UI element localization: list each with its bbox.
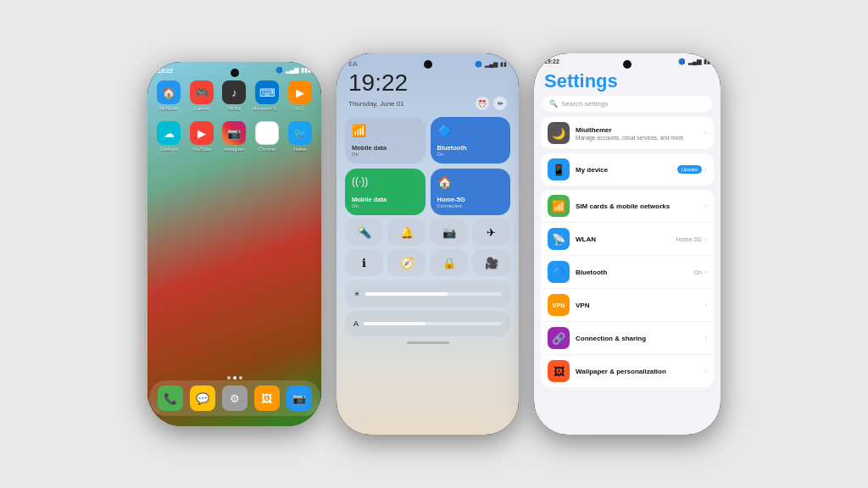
app-tiktok[interactable]: ♪ TikTok xyxy=(220,80,249,111)
cc-video-tile[interactable]: 🎥 xyxy=(472,249,510,276)
cc-clock-icon[interactable]: ⏰ xyxy=(476,97,489,110)
settings-item-wallpaper[interactable]: 🖼 Wallpaper & personalization › xyxy=(541,355,714,387)
app-twitter[interactable]: 🐦 Twitter xyxy=(285,121,314,152)
sim-title: SIM cards & mobile networks xyxy=(576,202,698,210)
dock-photos[interactable]: 🖼 xyxy=(254,385,280,411)
cc-volume-icon: A xyxy=(353,319,359,328)
settings-search[interactable]: 🔍 Search settings xyxy=(542,96,712,112)
settings-item-vpn[interactable]: VPN VPN › xyxy=(541,289,714,322)
cc-brightness-fill xyxy=(365,292,448,296)
punch-hole-2 xyxy=(424,60,432,69)
app-tiktok-icon: ♪ xyxy=(222,80,246,104)
cc-brightness-track xyxy=(365,292,502,296)
settings-item-bluetooth[interactable]: 🔷 Bluetooth On › xyxy=(541,256,714,289)
wlan-icon: 📡 xyxy=(548,228,570,250)
wlan-value: Home-5G xyxy=(676,236,702,242)
settings-status-icons: 🔵 ▂▄▆ ▮▮ xyxy=(678,58,710,65)
cc-airplane-tile[interactable]: ✈ xyxy=(472,219,510,246)
time-1: 19:22 xyxy=(158,68,173,74)
cc-mobiledata-sub: On xyxy=(352,152,419,157)
vpn-icon: VPN xyxy=(548,294,570,316)
bluetooth-chevron: › xyxy=(704,268,707,276)
cc-mobile2-icon: ((·)) xyxy=(352,175,419,187)
settings-item-sim[interactable]: 📶 SIM cards & mobile networks › xyxy=(541,190,714,223)
phone3-screen: 19:22 🔵 ▂▄▆ ▮▮ Settings 🔍 Search setting… xyxy=(534,53,721,435)
cc-wifi-sub: Connected xyxy=(437,203,504,208)
cc-small-tiles-2: ℹ 🧭 🔒 🎥 xyxy=(337,246,519,276)
dock-messages[interactable]: 💬 xyxy=(190,385,215,411)
cc-date: Thursday, June 01 xyxy=(348,100,404,108)
app-chrome[interactable]: ◎ Chrome xyxy=(253,121,282,152)
app-getapps-icon: ☁ xyxy=(157,121,181,145)
vpn-title: VPN xyxy=(576,302,698,309)
cc-flashlight-tile[interactable]: 🔦 xyxy=(345,219,383,246)
dock: 📞 💬 ⚙ 🖼 📷 xyxy=(149,380,320,416)
bluetooth-right: On › xyxy=(694,268,707,276)
dock-camera-icon: 📷 xyxy=(287,385,312,411)
app-twitter-icon: 🐦 xyxy=(288,121,312,145)
app-grid-row1: 🏠 Mi Home 🎮 Games ♪ TikTok ⌨ Microsoft S… xyxy=(147,75,321,116)
cc-tile-wifi[interactable]: 🏠 Home-5G Connected xyxy=(431,169,511,215)
app-games[interactable]: 🎮 Games xyxy=(187,80,217,111)
miuithemer-icon: 🌙 xyxy=(548,122,570,144)
app-instagram[interactable]: 📷 Instagram xyxy=(220,121,249,152)
mydevice-text: My device xyxy=(576,166,671,174)
mydevice-icon: 📱 xyxy=(548,158,570,180)
vpn-chevron: › xyxy=(704,301,707,309)
cc-edit-icon[interactable]: ✏ xyxy=(493,97,507,110)
cc-status-icons: 🔵 ▂▄▆ ▮▮ xyxy=(475,61,507,68)
punch-hole xyxy=(231,69,239,77)
app-vlc[interactable]: ▶ VLC xyxy=(285,80,314,111)
miuithemer-chevron: › xyxy=(704,129,707,137)
cc-home-indicator xyxy=(407,341,449,344)
connection-sharing-icon: 🔗 xyxy=(548,327,570,349)
settings-item-miuithemer[interactable]: 🌙 Miuithemer Manage accounts, cloud serv… xyxy=(541,117,714,149)
connection-sharing-title: Connection & sharing xyxy=(576,335,698,342)
cc-volume-fill xyxy=(364,322,426,325)
cc-volume-slider[interactable]: A xyxy=(345,311,510,336)
cc-bluetooth-icon: 🔷 xyxy=(437,124,504,137)
dock-settings-icon: ⚙ xyxy=(222,385,248,411)
dock-phone[interactable]: 📞 xyxy=(158,385,183,411)
cc-lock-tile[interactable]: 🔒 xyxy=(430,249,468,276)
settings-item-wlan[interactable]: 📡 WLAN Home-5G › xyxy=(541,223,714,256)
cc-info-tile[interactable]: ℹ xyxy=(345,249,383,276)
phone1-screen: 19:22 🔵 ▂▄▆ ▮▮▮ 🏠 Mi Home 🎮 Games ♪ TikT… xyxy=(147,62,321,426)
dock-photos-icon: 🖼 xyxy=(254,385,280,411)
app-grid-row2: ☁ GetApps ▶ YouTube 📷 Instagram ◎ Chrome… xyxy=(147,116,321,157)
app-youtube[interactable]: ▶ YouTube xyxy=(187,121,217,152)
cc-bell-tile[interactable]: 🔔 xyxy=(387,219,426,246)
cc-tile-mobiledata[interactable]: 📶 Mobile data On xyxy=(345,117,426,164)
app-swiftkey-icon: ⌨ xyxy=(255,80,279,104)
settings-item-connection-sharing[interactable]: 🔗 Connection & sharing › xyxy=(541,322,714,355)
wlan-title: WLAN xyxy=(576,236,670,243)
cc-header-icons: ⏰ ✏ xyxy=(476,97,507,110)
cc-tile-mobile2[interactable]: ((·)) Mobile data On xyxy=(345,169,426,215)
miuithemer-sub: Manage accounts, cloud services, and mor… xyxy=(576,135,698,141)
phone1-frame: 19:22 🔵 ▂▄▆ ▮▮▮ 🏠 Mi Home 🎮 Games ♪ TikT… xyxy=(147,62,321,426)
mydevice-title: My device xyxy=(576,166,671,174)
app-swiftkey[interactable]: ⌨ Microsoft SwiftKey xyxy=(253,80,282,111)
connection-sharing-text: Connection & sharing xyxy=(576,335,698,342)
app-games-icon: 🎮 xyxy=(190,80,214,104)
cc-bluetooth-label: Bluetooth xyxy=(437,144,504,152)
app-mihome-icon: 🏠 xyxy=(157,80,181,104)
settings-item-mydevice[interactable]: 📱 My device Update › xyxy=(541,153,714,186)
cc-compass-tile[interactable]: 🧭 xyxy=(387,249,426,276)
cc-mobiledata-icon: 📶 xyxy=(352,124,419,137)
app-mihome[interactable]: 🏠 Mi Home xyxy=(154,80,184,111)
dock-settings[interactable]: ⚙ xyxy=(222,385,248,411)
status-icons-1: 🔵 ▂▄▆ ▮▮▮ xyxy=(275,67,311,74)
cc-brightness-slider[interactable]: ☀ xyxy=(345,280,510,308)
app-getapps[interactable]: ☁ GetApps xyxy=(154,121,184,152)
cc-camera-tile[interactable]: 📷 xyxy=(430,219,468,246)
cc-wifi-label: Home-5G xyxy=(437,196,504,203)
cc-date-row: Thursday, June 01 ⏰ ✏ xyxy=(337,97,519,110)
wallpaper-chevron: › xyxy=(704,367,707,375)
wlan-right: Home-5G › xyxy=(676,235,707,243)
sim-chevron: › xyxy=(704,202,707,210)
cc-tile-bluetooth[interactable]: 🔷 Bluetooth On xyxy=(431,117,511,164)
dock-camera[interactable]: 📷 xyxy=(287,385,312,411)
phone2-frame: EA 🔵 ▂▄▆ ▮▮ 19:22 Thursday, June 01 ⏰ ✏ … xyxy=(337,53,519,435)
bluetooth-value: On xyxy=(694,269,702,275)
